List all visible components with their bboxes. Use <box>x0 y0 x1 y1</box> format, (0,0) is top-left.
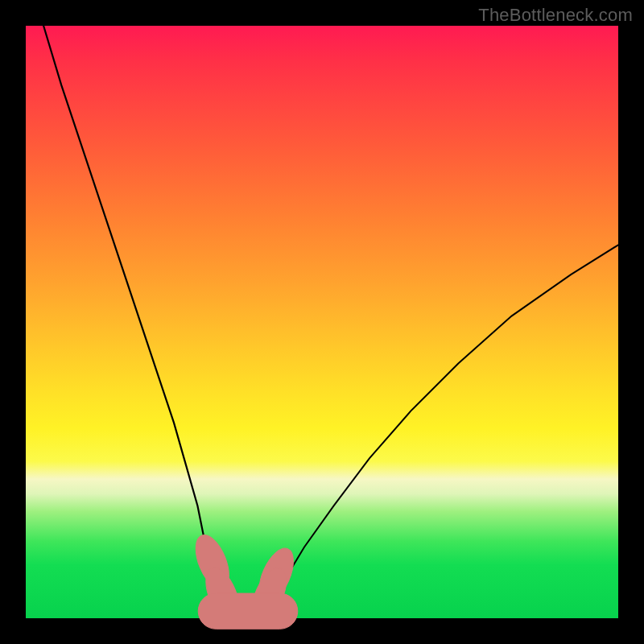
markers <box>189 530 300 629</box>
right-branch-curve <box>266 245 618 606</box>
chart-frame: TheBottleneck.com <box>0 0 644 644</box>
left-branch-curve <box>43 26 230 606</box>
curve-layer <box>26 26 618 618</box>
watermark-text: TheBottleneck.com <box>478 5 633 26</box>
floor-marker <box>198 593 298 629</box>
plot-area <box>26 26 618 618</box>
